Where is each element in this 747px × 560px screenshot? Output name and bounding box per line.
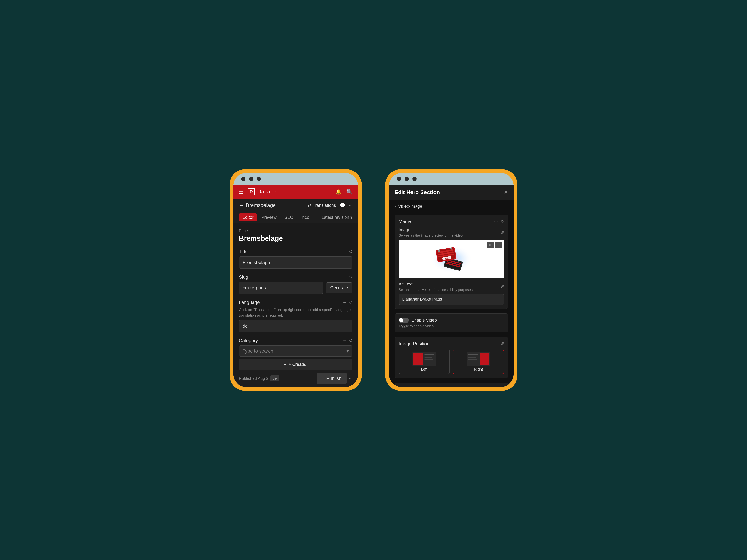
video-toggle-label: Enable Video (411, 318, 437, 323)
position-actions: ··· ↺ (494, 341, 504, 346)
alt-text-more-btn[interactable]: ··· (494, 285, 498, 290)
published-info: Published Aug 2 de (239, 375, 279, 381)
slug-more-btn[interactable]: ··· (343, 274, 346, 279)
lang-badge: de (271, 375, 279, 381)
image-options-btn[interactable]: ··· (495, 241, 502, 248)
category-field-header: Category ··· ↺ (239, 338, 353, 343)
alt-text-input[interactable] (398, 294, 504, 305)
image-more-btn[interactable]: ··· (494, 230, 498, 235)
category-placeholder: Type to search (242, 348, 273, 354)
image-container[interactable]: ⊞ ··· (398, 240, 504, 278)
bottom-bar: Published Aug 2 de ↑ Publish ··· (233, 370, 358, 387)
translations-label: Translations (313, 203, 336, 208)
search-icon[interactable]: 🔍 (346, 189, 353, 195)
image-field: Image Serves as the image preview of the… (398, 227, 504, 278)
media-more-btn[interactable]: ··· (494, 219, 498, 224)
language-field-block: Language ··· ↺ Click on "Translations" o… (239, 300, 353, 332)
tab-preview[interactable]: Preview (258, 213, 280, 221)
revision-arrow: ▾ (350, 215, 353, 220)
svg-rect-22 (424, 359, 433, 360)
alt-text-header: Alt Text Set an alternative text for acc… (398, 282, 504, 292)
media-refresh-icon[interactable]: ↺ (500, 219, 504, 224)
category-dropdown-icon: ▾ (346, 348, 349, 354)
image-field-header: Image Serves as the image preview of the… (398, 227, 504, 238)
language-field-header: Language ··· ↺ (239, 300, 353, 305)
right-phone: Edit Hero Section ✕ ▾ Video/Image Media … (385, 169, 517, 391)
bell-icon[interactable]: 🔔 (335, 189, 342, 195)
svg-rect-25 (468, 354, 478, 355)
language-more-btn[interactable]: ··· (343, 300, 346, 305)
alt-text-hint: Set an alternative text for accessibilit… (398, 287, 472, 292)
alt-text-field: Alt Text Set an alternative text for acc… (398, 282, 504, 305)
more-icon[interactable]: 💬 (340, 203, 345, 208)
media-header: Media ··· ↺ (398, 219, 504, 224)
video-toggle-switch[interactable] (398, 318, 409, 323)
slug-field-block: Slug ··· ↺ Generate (239, 274, 353, 294)
section-label: Video/Image (398, 204, 422, 209)
position-left-option[interactable]: Left (398, 350, 450, 374)
alt-text-actions: ··· ↺ (494, 285, 504, 290)
position-more-btn[interactable]: ··· (494, 341, 498, 346)
page-header-actions: ⇄ Translations 💬 ··· (308, 203, 353, 208)
position-right-option[interactable]: Right (453, 350, 504, 374)
close-button[interactable]: ✕ (504, 189, 508, 195)
bottom-more-btn[interactable]: ··· (349, 376, 353, 381)
dot-r1 (397, 177, 401, 181)
brand-name: Danaher (257, 189, 335, 195)
category-field-block: Category ··· ↺ Type to search ▾ ＋ + Crea… (239, 338, 353, 370)
tab-editor-label: Editor (242, 215, 254, 220)
category-label: Category (239, 338, 258, 343)
dot-3 (257, 177, 261, 181)
title-more-btn[interactable]: ··· (343, 249, 346, 254)
page-title-header: Bremsbeläge (246, 202, 276, 208)
tab-revision[interactable]: Latest revision ▾ (321, 215, 353, 220)
position-options: Left (398, 350, 504, 374)
language-refresh-icon[interactable]: ↺ (349, 300, 353, 305)
svg-rect-21 (424, 356, 433, 358)
category-create-button[interactable]: ＋ + Create... (239, 358, 353, 370)
svg-rect-16 (438, 249, 440, 252)
publish-button[interactable]: ↑ Publish (316, 373, 347, 384)
category-search[interactable]: Type to search ▾ (239, 345, 353, 356)
translations-button[interactable]: ⇄ Translations (308, 203, 336, 208)
slug-refresh-icon[interactable]: ↺ (349, 274, 353, 279)
alt-text-title: Alt Text (398, 282, 472, 287)
image-hint: Serves as the image preview of the video (398, 233, 463, 238)
hamburger-icon[interactable]: ☰ (239, 189, 244, 195)
title-input[interactable] (239, 257, 353, 269)
page-section-label: Page (239, 229, 353, 233)
modal-title: Edit Hero Section (394, 189, 440, 195)
page-section: Page Bremsbeläge (239, 229, 353, 243)
scroll-content: Page Bremsbeläge Title ··· ↺ (233, 223, 358, 370)
tab-seo[interactable]: SEO (281, 213, 297, 221)
slug-row: Generate (239, 282, 353, 294)
position-refresh-icon[interactable]: ↺ (500, 341, 504, 346)
slug-field-header: Slug ··· ↺ (239, 274, 353, 280)
position-header: Image Position ··· ↺ (398, 341, 504, 347)
title-refresh-icon[interactable]: ↺ (349, 249, 353, 254)
left-phone: ☰ D Danaher 🔔 🔍 ← Bremsbeläge ⇄ (230, 169, 362, 391)
position-title: Image Position (398, 341, 430, 347)
section-toggle[interactable]: ▾ Video/Image (394, 204, 508, 209)
published-label: Published Aug 2 (239, 376, 268, 381)
page-main-title: Bremsbeläge (239, 234, 353, 242)
category-refresh-icon[interactable]: ↺ (349, 338, 353, 343)
tab-inco[interactable]: Inco (298, 213, 313, 221)
app-content-left: ☰ D Danaher 🔔 🔍 ← Bremsbeläge ⇄ (233, 185, 358, 387)
image-position-section: Image Position ··· ↺ (394, 337, 508, 378)
image-title: Image (398, 227, 463, 232)
page-header: ← Bremsbeläge ⇄ Translations 💬 ··· (233, 199, 358, 212)
generate-button[interactable]: Generate (326, 282, 353, 293)
alt-text-refresh-icon[interactable]: ↺ (500, 285, 504, 290)
category-more-btn[interactable]: ··· (343, 338, 346, 343)
media-actions: ··· ↺ (494, 219, 504, 224)
header-more-icon[interactable]: ··· (349, 203, 353, 208)
svg-rect-20 (424, 354, 434, 355)
modal-header: Edit Hero Section ✕ (389, 185, 514, 200)
image-crop-btn[interactable]: ⊞ (487, 241, 494, 248)
tab-editor[interactable]: Editor (239, 213, 257, 221)
brake-pad-image: Danaher (401, 241, 502, 276)
slug-input[interactable] (239, 282, 323, 294)
back-button[interactable]: ← Bremsbeläge (239, 202, 276, 208)
image-refresh-icon[interactable]: ↺ (500, 230, 504, 235)
